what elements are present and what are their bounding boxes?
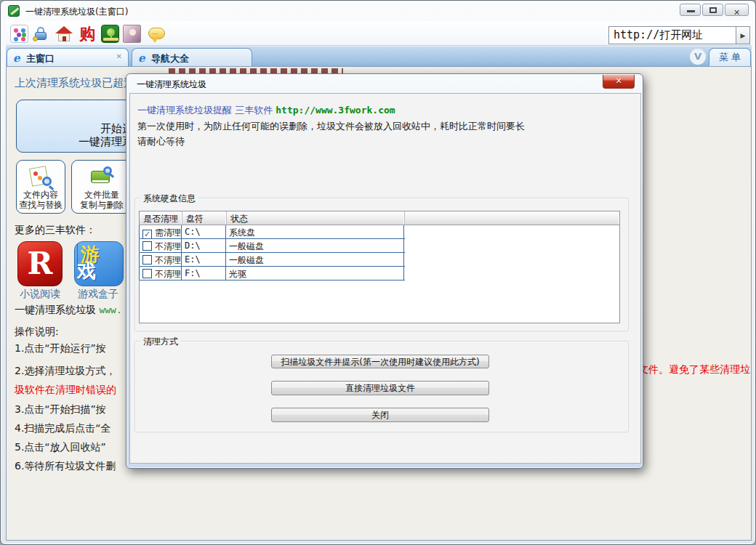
table-row[interactable]: 不清理 F:\ 光驱 (140, 267, 405, 280)
col-header-status[interactable]: 状态 (227, 211, 405, 225)
scan-and-prompt-button[interactable]: 扫描垃圾文件并提示(第一次使用时建议使用此方式) (271, 355, 489, 368)
maximize-button[interactable] (702, 4, 723, 16)
table-row[interactable]: 不清理 E:\ 一般磁盘 (140, 253, 405, 267)
app-grid-icon[interactable] (10, 25, 28, 43)
last-clean-notice: 上次清理系统垃圾已超过 (15, 76, 134, 90)
checkbox[interactable]: ✓ (142, 230, 152, 238)
instruction-step-5: 5.点击“放入回收站” (15, 441, 106, 454)
instruction-step-3: 3.点击“开始扫描”按 (15, 403, 106, 416)
novel-reader-app-icon[interactable]: R (17, 241, 63, 286)
instruction-step-6: 6.等待所有垃圾文件删 (15, 460, 116, 473)
site-line: 一键清理系统垃圾 www. (15, 304, 122, 317)
instructions-label: 操作说明: (15, 326, 59, 339)
close-icon: ✕ (733, 8, 740, 17)
minimize-button[interactable] (680, 4, 701, 16)
dialog-body: 一键清理系统垃圾提醒 三丰软件 http://www.3fwork.com 第一… (129, 93, 641, 464)
site-url-fragment: www. (99, 304, 121, 315)
dialog-desc-1: 第一次使用时，为防止任何可能的误删除，垃圾文件会被放入回收站中，耗时比正常时间要… (137, 120, 525, 133)
url-go-button[interactable]: ▶ (736, 26, 750, 44)
disk-group-label: 系统硬盘信息 (140, 193, 198, 205)
novel-reader-label[interactable]: 小说阅读 (12, 288, 68, 301)
checkbox[interactable] (142, 255, 152, 265)
minimize-icon (687, 10, 695, 12)
more-software-label: 更多的三丰软件： (15, 224, 96, 237)
col-header-drive[interactable]: 盘符 (182, 211, 227, 225)
warning-line-right: 文件。避免了某些清理垃 (638, 363, 750, 376)
cleaner-dialog: 一键清理系统垃圾 ✕ 一键清理系统垃圾提醒 三丰软件 http://www.3f… (126, 73, 643, 469)
disk-table-header: 是否清理 盘符 状态 (140, 211, 619, 225)
screen: 一键清理系统垃圾(主窗口) ✕ 购 … http://打开网址 ▶ e (0, 0, 756, 545)
window-titlebar[interactable]: 一键清理系统垃圾(主窗口) ✕ (1, 1, 755, 21)
collapse-v-badge[interactable]: V (690, 49, 706, 65)
home-icon[interactable] (55, 25, 73, 43)
col-header-clean[interactable]: 是否清理 (140, 211, 182, 225)
disk-table: 是否清理 盘符 状态 ✓需清理 C:\ 系统盘 不清理 D:\ (139, 211, 620, 323)
main-window: 一键清理系统垃圾(主窗口) ✕ 购 … http://打开网址 ▶ e (0, 0, 756, 545)
close-button[interactable]: ✕ (725, 4, 749, 16)
tab-strip: e 主窗口 ✕ e 导航大全 (6, 46, 752, 66)
close-dialog-button[interactable]: 关闭 (271, 408, 489, 422)
instruction-step-2: 2.选择清理垃圾方式， (15, 365, 116, 378)
disk-table-rows: ✓需清理 C:\ 系统盘 不清理 D:\ 一般磁盘 不清理 E:\ 一般 (140, 225, 405, 280)
table-row[interactable]: 不清理 D:\ 一般磁盘 (140, 239, 405, 253)
dialog-header-line: 一键清理系统垃圾提醒 三丰软件 http://www.3fwork.com (137, 104, 395, 117)
ie-icon: e (138, 52, 145, 65)
ie-icon: e (13, 52, 20, 65)
window-title: 一键清理系统垃圾(主窗口) (25, 6, 128, 18)
lock-icon[interactable] (32, 25, 50, 43)
method-group-label: 清理方式 (140, 336, 181, 348)
dialog-title: 一键清理系统垃圾 (137, 78, 206, 91)
dialog-close-button[interactable]: ✕ (603, 75, 635, 89)
photo-icon[interactable] (123, 25, 141, 43)
warning-line-left: 圾软件在清理时错误的 (15, 384, 116, 397)
maximize-icon (709, 7, 717, 13)
occluded-text-strip (169, 68, 343, 73)
shop-icon[interactable]: 购 (79, 25, 97, 43)
file-content-replace-button[interactable]: 文件内容查找与替换 (16, 160, 65, 214)
checkbox[interactable] (142, 269, 152, 278)
doc-search-icon (28, 166, 53, 189)
url-input[interactable]: http://打开网址 (608, 26, 736, 44)
menu-button[interactable]: 菜 单 (709, 48, 751, 66)
table-row[interactable]: ✓需清理 C:\ 系统盘 (140, 225, 405, 239)
checkbox[interactable] (142, 241, 152, 251)
broom-app-icon (8, 5, 20, 17)
tab-navigation[interactable]: e 导航大全 (132, 48, 252, 67)
tab-close-icon[interactable]: ✕ (116, 52, 122, 60)
website-link[interactable]: http://www.3fwork.com (276, 105, 395, 116)
tab-main-window[interactable]: e 主窗口 ✕ (7, 48, 129, 67)
instruction-step-1: 1.点击“开始运行”按 (15, 342, 106, 355)
game-box-app-icon[interactable]: 游 戏 (74, 241, 124, 286)
pvz-icon[interactable] (101, 25, 119, 43)
direct-clean-button[interactable]: 直接清理垃圾文件 (271, 381, 489, 395)
instruction-step-4: 4.扫描完成后点击“全 (15, 422, 111, 435)
dialog-desc-2: 请耐心等待 (137, 135, 185, 148)
file-batch-copy-button[interactable]: 文件批量复制与删除 (71, 160, 132, 214)
book-search-icon (89, 166, 114, 188)
game-box-label[interactable]: 游戏盒子 (69, 288, 127, 301)
chat-bubble-icon[interactable]: … (148, 25, 166, 43)
col-header-empty (405, 211, 619, 225)
